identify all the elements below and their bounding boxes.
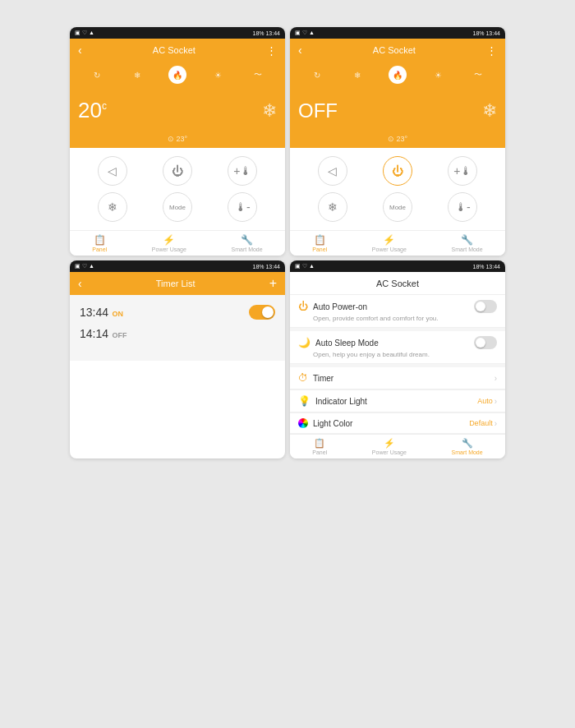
mode-btn-r[interactable]: Mode xyxy=(383,192,412,222)
ctrl-power-r[interactable]: ⏻ xyxy=(383,156,412,186)
swing-btn[interactable]: ◁ xyxy=(98,156,127,186)
tab-panel-right[interactable]: 📋 Panel xyxy=(312,234,327,252)
auto-sleep-desc: Open, help you enjoy a beautiful dream. xyxy=(298,351,497,358)
smart-tab-panel-label: Panel xyxy=(312,449,327,455)
light-color-left: Light Color xyxy=(298,418,352,428)
indicator-light-right: Auto › xyxy=(477,397,497,406)
humidity-right: ⊙ 23° xyxy=(290,133,505,148)
smart-tab-smart[interactable]: 🔧 Smart Mode xyxy=(452,438,483,455)
timer-title-bar: ‹ Timer List + xyxy=(70,272,285,295)
humidity-left: ⊙ 23° xyxy=(70,133,285,148)
indicator-light-item[interactable]: 💡 Indicator Light Auto › xyxy=(290,390,505,412)
ctrl-mode[interactable]: Mode xyxy=(163,192,192,222)
status-bar-left: ▣ ♡ ▲ 18% 13:44 xyxy=(70,27,285,39)
timer-list-title: Timer List xyxy=(156,279,196,288)
tab-power-label: Power Usage xyxy=(152,247,186,252)
power-btn-r[interactable]: ⏻ xyxy=(383,156,412,186)
mode-wave[interactable]: 〜 xyxy=(249,66,267,84)
right-ac-panel: ▣ ♡ ▲ 18% 13:44 ‹ AC Socket ⋮ ↻ ❄ 🔥 ☀ 〜 … xyxy=(290,27,505,256)
temp-up-btn[interactable]: +🌡 xyxy=(228,156,257,186)
temp-down-btn[interactable]: 🌡- xyxy=(228,192,257,222)
auto-power-on-row: ⏻ Auto Power-on xyxy=(298,300,497,313)
timer-item-on: 13:44 ON xyxy=(80,302,275,323)
smart-tab-power-label: Power Usage xyxy=(372,449,407,455)
smart-title-bar: AC Socket xyxy=(290,272,505,295)
tab-smart-left[interactable]: 🔧 Smart Mode xyxy=(232,234,263,252)
ctrl-temp-down[interactable]: 🌡- xyxy=(228,192,257,222)
ctrl-fan[interactable]: ❄ xyxy=(98,192,127,222)
tab-panel-label: Panel xyxy=(92,247,107,252)
ctrl-temp-up-r[interactable]: +🌡 xyxy=(448,156,477,186)
smart-tab-panel[interactable]: 📋 Panel xyxy=(312,438,327,455)
ctrl-temp-down-r[interactable]: 🌡- xyxy=(448,192,477,222)
panel-header-left: ‹ AC Socket ⋮ xyxy=(70,39,285,62)
timer-time-on: 13:44 ON xyxy=(80,305,123,320)
mode-wave-r[interactable]: 〜 xyxy=(469,66,487,84)
tab-smart-right[interactable]: 🔧 Smart Mode xyxy=(452,234,483,252)
smart-tab-icon: 🔧 xyxy=(241,234,253,246)
tab-power-left[interactable]: ⚡ Power Usage xyxy=(152,234,186,252)
auto-sleep-toggle[interactable] xyxy=(474,336,497,349)
tab-smart-label-r: Smart Mode xyxy=(452,247,483,252)
ctrl-mode-r[interactable]: Mode xyxy=(383,192,412,222)
tab-panel-label-r: Panel xyxy=(312,247,327,252)
timer-panel: ▣ ♡ ▲ 18% 13:44 ‹ Timer List + 13:44 ON xyxy=(70,260,285,458)
indicator-light-left: 💡 Indicator Light xyxy=(298,395,367,407)
mode-cool[interactable]: ❄ xyxy=(128,66,146,84)
light-color-row[interactable]: Light Color Default › xyxy=(298,418,497,428)
mode-auto-r[interactable]: ↻ xyxy=(308,66,326,84)
panel-display-right: OFF ❄ xyxy=(290,88,505,133)
timer-item-smart[interactable]: ⏱ Timer › xyxy=(290,367,505,389)
indicator-light-row[interactable]: 💡 Indicator Light Auto › xyxy=(298,395,497,407)
smart-tab-icon-r: 🔧 xyxy=(461,234,473,246)
status-time-right: 18% 13:44 xyxy=(473,30,500,36)
mode-sun[interactable]: ☀ xyxy=(209,66,227,84)
temp-up-btn-r[interactable]: +🌡 xyxy=(448,156,477,186)
timer-row[interactable]: ⏱ Timer › xyxy=(298,372,497,384)
timer-list-content: 13:44 ON 14:14 OFF xyxy=(70,295,285,361)
mode-heat-r[interactable]: 🔥 xyxy=(389,66,407,84)
power-btn[interactable]: ⏻ xyxy=(163,156,192,186)
ctrl-swing-r[interactable]: ◁ xyxy=(318,156,347,186)
ctrl-power[interactable]: ⏻ xyxy=(163,156,192,186)
timer-back-btn[interactable]: ‹ xyxy=(78,277,82,290)
mode-heat[interactable]: 🔥 xyxy=(168,66,186,84)
tab-panel-left[interactable]: 📋 Panel xyxy=(92,234,107,252)
swing-btn-r[interactable]: ◁ xyxy=(318,156,347,186)
tab-power-right[interactable]: ⚡ Power Usage xyxy=(372,234,407,252)
mode-cool-r[interactable]: ❄ xyxy=(348,66,366,84)
timer-item-off: 14:14 OFF xyxy=(80,323,275,344)
status-icons-right: ▣ ♡ ▲ xyxy=(295,30,315,36)
temp-down-btn-r[interactable]: 🌡- xyxy=(448,192,477,222)
auto-power-on-icon: ⏻ xyxy=(298,301,308,312)
smart-tab-power[interactable]: ⚡ Power Usage xyxy=(372,438,407,455)
indicator-light-value: Auto xyxy=(477,397,493,405)
fan-btn-r[interactable]: ❄ xyxy=(318,192,347,222)
fan-btn[interactable]: ❄ xyxy=(98,192,127,222)
mode-auto[interactable]: ↻ xyxy=(88,66,106,84)
tab-smart-label: Smart Mode xyxy=(232,247,263,252)
auto-power-on-toggle[interactable] xyxy=(474,300,497,313)
add-timer-btn[interactable]: + xyxy=(269,276,277,291)
mode-sun-r[interactable]: ☀ xyxy=(429,66,447,84)
indicator-light-icon: 💡 xyxy=(298,395,310,407)
panel-header-right: ‹ AC Socket ⋮ xyxy=(290,39,505,62)
menu-icon-right[interactable]: ⋮ xyxy=(486,44,497,57)
ctrl-swing[interactable]: ◁ xyxy=(98,156,127,186)
controls-left: ◁ ⏻ +🌡 ❄ Mode xyxy=(70,148,285,230)
smart-mode-panel: ▣ ♡ ▲ 18% 13:44 AC Socket ⏻ Auto Power-o… xyxy=(290,260,505,458)
controls-row1-right: ◁ ⏻ +🌡 xyxy=(293,153,502,189)
smart-panel-title: AC Socket xyxy=(376,279,419,288)
menu-icon-left[interactable]: ⋮ xyxy=(266,44,277,57)
auto-sleep-row: 🌙 Auto Sleep Mode xyxy=(298,336,497,349)
light-color-item[interactable]: Light Color Default › xyxy=(290,413,505,434)
indicator-light-title: Indicator Light xyxy=(315,397,367,406)
mode-btn[interactable]: Mode xyxy=(163,192,192,222)
ctrl-fan-r[interactable]: ❄ xyxy=(318,192,347,222)
ctrl-temp-up[interactable]: +🌡 xyxy=(228,156,257,186)
mode-strip-left: ↻ ❄ 🔥 ☀ 〜 xyxy=(70,62,285,88)
timer-toggle-on[interactable] xyxy=(249,305,275,320)
indicator-light-chevron: › xyxy=(494,397,497,406)
light-color-chevron: › xyxy=(494,419,497,428)
auto-power-on-desc: Open, provide comfort and comfort for yo… xyxy=(298,315,497,322)
